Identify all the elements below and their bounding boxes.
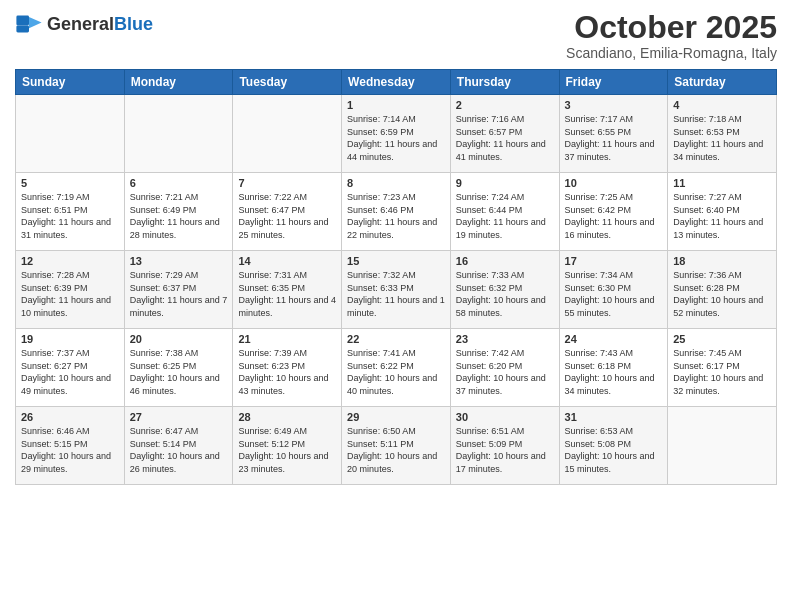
day-number: 1 [347,99,445,111]
day-number: 18 [673,255,771,267]
logo: GeneralBlue [15,10,153,38]
day-content: Sunrise: 7:41 AM Sunset: 6:22 PM Dayligh… [347,347,445,397]
day-number: 9 [456,177,554,189]
day-content: Sunrise: 7:31 AM Sunset: 6:35 PM Dayligh… [238,269,336,319]
month-title: October 2025 [566,10,777,45]
col-saturday: Saturday [668,70,777,95]
table-row: 16Sunrise: 7:33 AM Sunset: 6:32 PM Dayli… [450,251,559,329]
day-number: 29 [347,411,445,423]
table-row: 11Sunrise: 7:27 AM Sunset: 6:40 PM Dayli… [668,173,777,251]
table-row: 12Sunrise: 7:28 AM Sunset: 6:39 PM Dayli… [16,251,125,329]
day-number: 30 [456,411,554,423]
title-area: October 2025 Scandiano, Emilia-Romagna, … [566,10,777,61]
day-number: 21 [238,333,336,345]
day-content: Sunrise: 7:36 AM Sunset: 6:28 PM Dayligh… [673,269,771,319]
day-content: Sunrise: 7:37 AM Sunset: 6:27 PM Dayligh… [21,347,119,397]
table-row: 2Sunrise: 7:16 AM Sunset: 6:57 PM Daylig… [450,95,559,173]
logo-icon [15,10,43,38]
day-content: Sunrise: 6:47 AM Sunset: 5:14 PM Dayligh… [130,425,228,475]
day-number: 16 [456,255,554,267]
svg-rect-1 [16,25,29,32]
calendar-header-row: Sunday Monday Tuesday Wednesday Thursday… [16,70,777,95]
day-number: 26 [21,411,119,423]
table-row: 6Sunrise: 7:21 AM Sunset: 6:49 PM Daylig… [124,173,233,251]
table-row: 3Sunrise: 7:17 AM Sunset: 6:55 PM Daylig… [559,95,668,173]
table-row: 22Sunrise: 7:41 AM Sunset: 6:22 PM Dayli… [342,329,451,407]
day-number: 24 [565,333,663,345]
day-number: 27 [130,411,228,423]
table-row: 24Sunrise: 7:43 AM Sunset: 6:18 PM Dayli… [559,329,668,407]
col-tuesday: Tuesday [233,70,342,95]
day-content: Sunrise: 7:34 AM Sunset: 6:30 PM Dayligh… [565,269,663,319]
table-row: 5Sunrise: 7:19 AM Sunset: 6:51 PM Daylig… [16,173,125,251]
calendar-week-row: 12Sunrise: 7:28 AM Sunset: 6:39 PM Dayli… [16,251,777,329]
table-row: 28Sunrise: 6:49 AM Sunset: 5:12 PM Dayli… [233,407,342,485]
logo-general: General [47,14,114,35]
col-monday: Monday [124,70,233,95]
day-number: 12 [21,255,119,267]
day-number: 4 [673,99,771,111]
day-content: Sunrise: 6:50 AM Sunset: 5:11 PM Dayligh… [347,425,445,475]
table-row: 8Sunrise: 7:23 AM Sunset: 6:46 PM Daylig… [342,173,451,251]
table-row: 17Sunrise: 7:34 AM Sunset: 6:30 PM Dayli… [559,251,668,329]
day-content: Sunrise: 7:21 AM Sunset: 6:49 PM Dayligh… [130,191,228,241]
calendar-week-row: 19Sunrise: 7:37 AM Sunset: 6:27 PM Dayli… [16,329,777,407]
day-content: Sunrise: 7:19 AM Sunset: 6:51 PM Dayligh… [21,191,119,241]
day-number: 28 [238,411,336,423]
day-content: Sunrise: 7:22 AM Sunset: 6:47 PM Dayligh… [238,191,336,241]
location-subtitle: Scandiano, Emilia-Romagna, Italy [566,45,777,61]
table-row: 7Sunrise: 7:22 AM Sunset: 6:47 PM Daylig… [233,173,342,251]
day-number: 23 [456,333,554,345]
day-number: 22 [347,333,445,345]
day-number: 3 [565,99,663,111]
day-number: 11 [673,177,771,189]
day-number: 19 [21,333,119,345]
day-content: Sunrise: 7:16 AM Sunset: 6:57 PM Dayligh… [456,113,554,163]
day-number: 25 [673,333,771,345]
day-content: Sunrise: 7:27 AM Sunset: 6:40 PM Dayligh… [673,191,771,241]
table-row: 23Sunrise: 7:42 AM Sunset: 6:20 PM Dayli… [450,329,559,407]
day-content: Sunrise: 7:29 AM Sunset: 6:37 PM Dayligh… [130,269,228,319]
day-content: Sunrise: 7:39 AM Sunset: 6:23 PM Dayligh… [238,347,336,397]
svg-marker-2 [29,17,42,28]
table-row: 20Sunrise: 7:38 AM Sunset: 6:25 PM Dayli… [124,329,233,407]
table-row: 15Sunrise: 7:32 AM Sunset: 6:33 PM Dayli… [342,251,451,329]
table-row: 9Sunrise: 7:24 AM Sunset: 6:44 PM Daylig… [450,173,559,251]
day-number: 5 [21,177,119,189]
day-content: Sunrise: 6:53 AM Sunset: 5:08 PM Dayligh… [565,425,663,475]
logo-blue: Blue [114,14,153,35]
calendar-week-row: 5Sunrise: 7:19 AM Sunset: 6:51 PM Daylig… [16,173,777,251]
day-content: Sunrise: 7:23 AM Sunset: 6:46 PM Dayligh… [347,191,445,241]
col-thursday: Thursday [450,70,559,95]
day-content: Sunrise: 7:24 AM Sunset: 6:44 PM Dayligh… [456,191,554,241]
day-content: Sunrise: 7:42 AM Sunset: 6:20 PM Dayligh… [456,347,554,397]
col-friday: Friday [559,70,668,95]
day-number: 13 [130,255,228,267]
table-row: 1Sunrise: 7:14 AM Sunset: 6:59 PM Daylig… [342,95,451,173]
svg-rect-0 [16,16,29,26]
calendar-week-row: 26Sunrise: 6:46 AM Sunset: 5:15 PM Dayli… [16,407,777,485]
day-content: Sunrise: 7:45 AM Sunset: 6:17 PM Dayligh… [673,347,771,397]
day-number: 10 [565,177,663,189]
day-content: Sunrise: 7:32 AM Sunset: 6:33 PM Dayligh… [347,269,445,319]
day-number: 15 [347,255,445,267]
day-content: Sunrise: 6:46 AM Sunset: 5:15 PM Dayligh… [21,425,119,475]
table-row: 13Sunrise: 7:29 AM Sunset: 6:37 PM Dayli… [124,251,233,329]
table-row: 31Sunrise: 6:53 AM Sunset: 5:08 PM Dayli… [559,407,668,485]
day-number: 8 [347,177,445,189]
day-number: 20 [130,333,228,345]
day-number: 14 [238,255,336,267]
table-row: 14Sunrise: 7:31 AM Sunset: 6:35 PM Dayli… [233,251,342,329]
table-row: 30Sunrise: 6:51 AM Sunset: 5:09 PM Dayli… [450,407,559,485]
day-number: 2 [456,99,554,111]
day-content: Sunrise: 7:25 AM Sunset: 6:42 PM Dayligh… [565,191,663,241]
col-wednesday: Wednesday [342,70,451,95]
day-content: Sunrise: 7:14 AM Sunset: 6:59 PM Dayligh… [347,113,445,163]
day-content: Sunrise: 7:28 AM Sunset: 6:39 PM Dayligh… [21,269,119,319]
table-row [124,95,233,173]
table-row: 10Sunrise: 7:25 AM Sunset: 6:42 PM Dayli… [559,173,668,251]
table-row: 29Sunrise: 6:50 AM Sunset: 5:11 PM Dayli… [342,407,451,485]
day-content: Sunrise: 6:51 AM Sunset: 5:09 PM Dayligh… [456,425,554,475]
day-number: 7 [238,177,336,189]
day-content: Sunrise: 6:49 AM Sunset: 5:12 PM Dayligh… [238,425,336,475]
